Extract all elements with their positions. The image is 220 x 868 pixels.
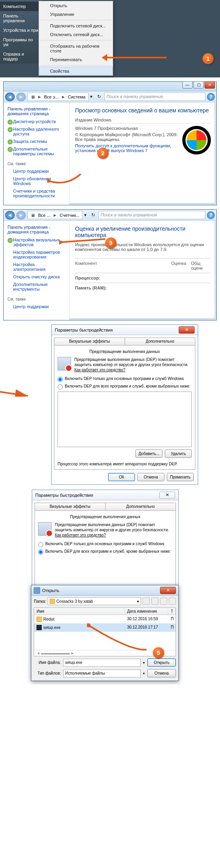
start-item-help[interactable]: Справка и поддер [0, 49, 42, 64]
ctx-manage[interactable]: Управление [39, 10, 113, 19]
ctx-properties[interactable]: Свойства [39, 67, 113, 75]
tab-advanced[interactable]: Дополнительно [106, 503, 176, 511]
sidebar-more-tools[interactable]: Дополнительные инструменты [13, 282, 65, 291]
step-badge-1: 1 [203, 53, 214, 64]
sidebar-system-protection[interactable]: Защита системы [13, 139, 65, 144]
filetype-label: Тип файлов: [34, 671, 61, 675]
crumb-perf[interactable]: Счетчик... [58, 213, 81, 218]
dropdown-icon[interactable]: ▾ [90, 94, 96, 99]
help-icon[interactable]: ? [207, 93, 215, 101]
tab-content: Предотвращение выполнения данных Предотв… [54, 345, 195, 470]
views-icon[interactable] [169, 598, 176, 605]
ctx-map-drive[interactable]: Подключить сетевой диск... [39, 21, 113, 30]
filename-label: Имя файла: [34, 660, 61, 665]
tab-visual-effects[interactable]: Визуальные эффекты [35, 503, 106, 511]
ctx-open[interactable]: Открыть [39, 1, 113, 10]
breadcrumb[interactable]: 🖥 ▶ Все э... ▶ Система [27, 93, 89, 101]
search-input[interactable]: Поиск в панели управления [98, 211, 205, 219]
sidebar-home-link[interactable]: Панель управления - домашняя страница [8, 225, 65, 234]
col-date[interactable]: Дата изменения [125, 608, 168, 615]
radio-input[interactable] [38, 550, 43, 555]
close-button[interactable]: ✕ [160, 587, 176, 594]
windows-logo-icon [182, 126, 211, 154]
radio-dep-all[interactable]: Включить DEP для всех программ и служб, … [38, 549, 172, 555]
cancel-button[interactable]: Отмена [137, 473, 164, 481]
tab-visual-effects[interactable]: Визуальные эффекты [54, 338, 125, 345]
minimize-button[interactable]: — [182, 81, 193, 89]
sidebar-home-link[interactable]: Панель управления - домашняя страница [8, 106, 65, 116]
back-icon[interactable] [143, 598, 150, 605]
tab-row: Визуальные эффекты Дополнительно [35, 503, 176, 511]
sidebar-action-center[interactable]: Центр поддержки [13, 169, 65, 174]
step-badge-3: 3 [105, 237, 116, 249]
filename-field[interactable]: setup.exe [63, 659, 141, 667]
chevron-down-icon[interactable]: ▾ [143, 671, 145, 675]
breadcrumb[interactable]: 🖥 Все ... ▶ Счетчик... [27, 211, 83, 219]
exe-icon [37, 625, 42, 630]
nav-back-button[interactable]: ◄ [5, 93, 15, 101]
cancel-button[interactable]: Отмена [147, 669, 176, 677]
annotation-arrow-3 [59, 234, 107, 246]
new-folder-icon[interactable] [160, 598, 167, 605]
add-button[interactable]: Добавить... [135, 449, 162, 458]
exception-listbox[interactable] [58, 392, 192, 447]
monitor-icon: 🖥 [29, 213, 37, 218]
sidebar-indexing[interactable]: Настройка параметров индексирования [13, 250, 65, 259]
sidebar-disk-cleanup[interactable]: Открыть очистку диска [13, 274, 65, 279]
chevron-down-icon[interactable]: ▾ [137, 599, 139, 604]
crumb-all[interactable]: Все э... [42, 95, 60, 99]
sidebar-device-manager[interactable]: Диспетчер устройств [13, 119, 65, 124]
close-button[interactable]: ✕ [205, 81, 215, 89]
start-item-devices[interactable]: Устройства и при [0, 25, 42, 35]
chevron-down-icon[interactable]: ▾ [143, 661, 145, 665]
nav-forward-button[interactable]: ► [16, 93, 26, 101]
ok-button[interactable]: ОК [108, 473, 135, 481]
sidebar-power[interactable]: Настройка электропитания [13, 262, 65, 272]
col-type[interactable]: Т [168, 608, 176, 615]
col-name[interactable]: Имя [34, 608, 125, 615]
maximize-button[interactable]: ▢ [193, 81, 204, 89]
close-button[interactable]: ✕ [179, 326, 195, 334]
sidebar-advanced-settings[interactable]: Дополнительные параметры системы [13, 147, 65, 156]
tab-advanced[interactable]: Дополнительно [125, 338, 196, 345]
radio-dep-essential[interactable]: Включить DEP только для основных програм… [58, 376, 192, 382]
folder-combo[interactable]: Cossacks 3 by xatab ▾ [48, 597, 141, 605]
crumb-system[interactable]: Система [66, 95, 87, 99]
dep-hardware-note: Процессор этого компьютера имеет аппарат… [58, 462, 192, 466]
nav-forward-button[interactable]: ► [16, 211, 26, 220]
ctx-unmap-drive[interactable]: Отключить сетевой диск... [39, 30, 113, 39]
tab-dep-label: Предотвращение выполнения данных [58, 349, 192, 354]
delete-button[interactable]: Удалить [165, 449, 192, 458]
radio-input[interactable] [58, 377, 63, 382]
radio-input[interactable] [38, 542, 43, 547]
radio-dep-all[interactable]: Включить DEP для всех программ и служб, … [58, 384, 192, 390]
sidebar-visual-effects[interactable]: Настройка визуальных эффектов [13, 237, 65, 247]
search-input[interactable]: Поиск в панели управления [104, 93, 205, 101]
sidebar-action-center[interactable]: Центр поддержки [13, 304, 65, 309]
refresh-icon[interactable]: ↻ [97, 94, 103, 99]
close-button[interactable]: ✕ [159, 492, 175, 499]
up-icon[interactable] [151, 598, 158, 605]
start-item-cp[interactable]: Панель управлени [0, 11, 42, 25]
radio-dep-essential[interactable]: Включить DEP только для основных програм… [38, 542, 172, 547]
table-header: Компонент Оценка Общ оценк [75, 258, 211, 273]
list-item[interactable]: Redist 30.12.2016 16:59 П [34, 615, 176, 623]
dep-help-link[interactable]: Как работает это средство? [74, 368, 125, 372]
nav-back-button[interactable]: ◄ [5, 211, 15, 220]
dep-help-link[interactable]: Как работает это средство? [55, 533, 106, 537]
separator [40, 20, 112, 20]
filetype-combo[interactable]: Исполняемые файлы [63, 669, 141, 677]
crumb-all[interactable]: Все ... [37, 213, 52, 218]
start-item-defaults[interactable]: Программы по ум [0, 35, 42, 49]
sidebar-remote-settings[interactable]: Настройка удаленного доступа [13, 127, 65, 136]
ctx-show-desktop[interactable]: Отображать на рабочем столе [39, 42, 113, 55]
start-item-computer[interactable]: Компьютер [0, 2, 42, 11]
refresh-icon[interactable]: ↻ [91, 212, 97, 218]
dropdown-icon[interactable]: ▾ [84, 212, 90, 218]
dep-description: Предотвращение выполнения данных (DEP) п… [74, 357, 192, 372]
help-icon[interactable]: ? [207, 211, 215, 219]
apply-button[interactable]: Применить [167, 473, 194, 481]
radio-input[interactable] [58, 384, 63, 390]
edition-label: Издание Windows [75, 118, 211, 123]
open-button[interactable]: Открыть [147, 658, 176, 667]
